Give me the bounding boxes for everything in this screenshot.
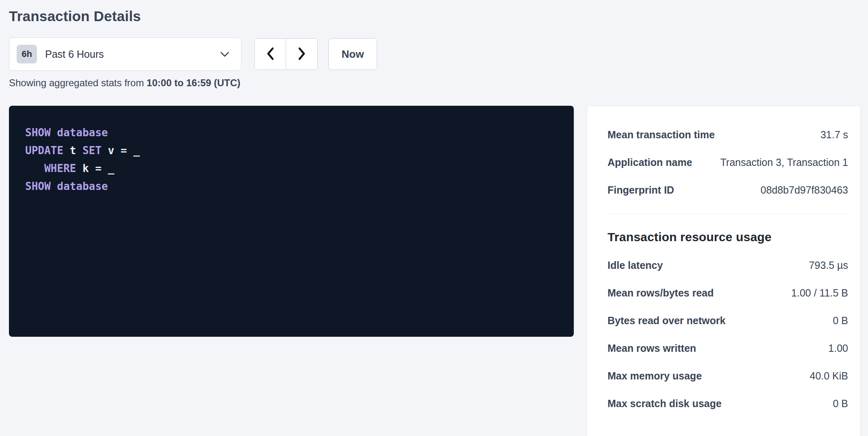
- sql-keyword-token: WHERE: [44, 162, 76, 174]
- stat-label: Idle latency: [608, 259, 671, 271]
- stat-row: Bytes read over network0 B: [608, 307, 848, 334]
- code-line: UPDATE t SET v = _: [25, 142, 558, 159]
- stat-label: Mean transaction time: [608, 129, 723, 141]
- time-nav-group: [254, 38, 318, 70]
- sql-plain-token: k = _: [76, 162, 114, 174]
- time-range-label: Past 6 Hours: [45, 48, 220, 60]
- sql-keyword-token: SHOW database: [25, 126, 108, 139]
- sql-statements-box: SHOW databaseUPDATE t SET v = _ WHERE k …: [9, 106, 574, 337]
- overview-stats: Mean transaction time31.7 sApplication n…: [608, 121, 848, 204]
- stat-value: 40.0 KiB: [809, 370, 848, 382]
- stat-row: Mean rows/bytes read1.00 / 11.5 B: [608, 279, 848, 307]
- stat-label: Mean rows written: [608, 342, 704, 354]
- time-range-badge: 6h: [17, 45, 37, 63]
- main-content: SHOW databaseUPDATE t SET v = _ WHERE k …: [9, 106, 861, 436]
- resource-usage-stats: Idle latency793.5 µsMean rows/bytes read…: [608, 251, 848, 417]
- section-divider: [608, 214, 848, 214]
- stat-label: Fingerprint ID: [608, 184, 682, 196]
- code-line: SHOW database: [25, 177, 558, 195]
- sql-plain-token: [25, 162, 44, 174]
- stat-value: 31.7 s: [820, 129, 848, 141]
- stat-value: 08d8b7d97f830463: [760, 184, 848, 196]
- next-time-button[interactable]: [286, 39, 317, 70]
- time-range-summary: Showing aggregated stats from 10:00 to 1…: [9, 77, 861, 89]
- time-picker-toolbar: 6h Past 6 Hours Now: [9, 37, 861, 71]
- sql-plain-token: t: [63, 144, 82, 157]
- stat-label: Max scratch disk usage: [608, 398, 730, 410]
- time-range-summary-prefix: Showing aggregated stats from: [9, 77, 147, 88]
- stat-value: 793.5 µs: [809, 259, 848, 271]
- prev-time-button[interactable]: [255, 39, 286, 70]
- stat-value: 0 B: [833, 398, 848, 410]
- sql-keyword-token: SHOW database: [25, 180, 108, 192]
- stat-label: Max memory usage: [608, 370, 710, 382]
- sql-keyword-token: UPDATE: [25, 144, 63, 157]
- sql-plain-token: v = _: [102, 144, 140, 157]
- page-title: Transaction Details: [9, 8, 861, 24]
- stat-row: Mean rows written1.00: [608, 334, 848, 362]
- sql-keyword-token: SET: [82, 144, 102, 157]
- stat-value: 1.00 / 11.5 B: [791, 287, 848, 299]
- stat-row: Application nameTransaction 3, Transacti…: [608, 148, 848, 176]
- stat-row: Max memory usage40.0 KiB: [608, 362, 848, 390]
- stat-value: 0 B: [833, 315, 848, 327]
- stat-row: Idle latency793.5 µs: [608, 251, 848, 279]
- stat-row: Fingerprint ID08d8b7d97f830463: [608, 176, 848, 204]
- transaction-details-page: Transaction Details 6h Past 6 Hours Now …: [0, 0, 868, 436]
- stat-label: Mean rows/bytes read: [608, 287, 722, 299]
- chevron-right-icon: [297, 47, 306, 62]
- time-range-dropdown[interactable]: 6h Past 6 Hours: [9, 37, 241, 71]
- code-line: SHOW database: [25, 124, 558, 142]
- stat-label: Application name: [608, 157, 700, 168]
- now-button[interactable]: Now: [328, 38, 377, 70]
- stat-value: Transaction 3, Transaction 1: [720, 157, 848, 168]
- chevron-left-icon: [266, 47, 275, 62]
- time-range-summary-range: 10:00 to 16:59 (UTC): [147, 77, 241, 88]
- stat-row: Mean transaction time31.7 s: [608, 121, 848, 148]
- stat-label: Bytes read over network: [608, 315, 733, 327]
- chevron-down-icon: [220, 51, 230, 57]
- stat-row: Max scratch disk usage0 B: [608, 390, 848, 417]
- code-line: WHERE k = _: [25, 159, 558, 177]
- stat-value: 1.00: [828, 342, 848, 354]
- transaction-summary-card: Mean transaction time31.7 sApplication n…: [587, 106, 861, 436]
- resource-usage-heading: Transaction resource usage: [608, 230, 848, 244]
